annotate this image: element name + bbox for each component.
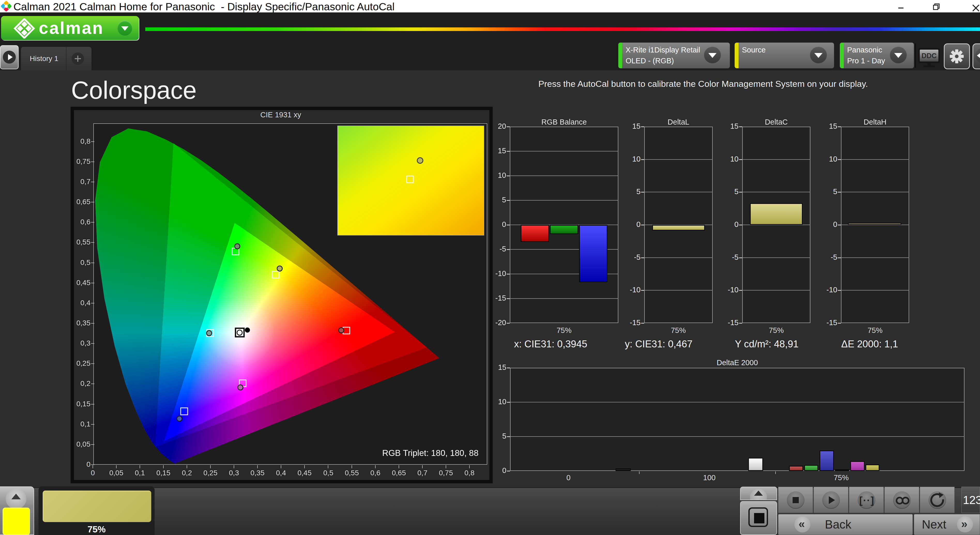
svg-text:DDC: DDC bbox=[921, 52, 937, 60]
